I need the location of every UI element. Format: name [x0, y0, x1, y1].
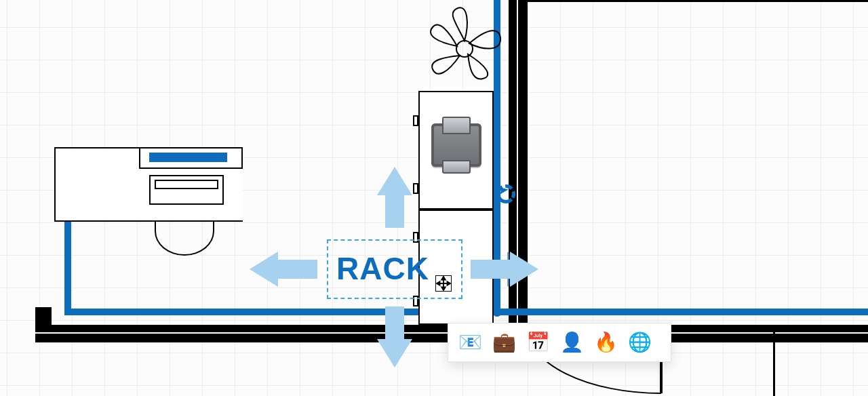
arrow-down-icon [377, 306, 412, 368]
rotate-handle[interactable] [496, 184, 515, 203]
arrow-left-icon [250, 252, 317, 287]
move-cursor-icon [435, 275, 452, 292]
svg-marker-6 [448, 281, 451, 285]
wall-thin [526, 0, 868, 2]
wall-segment [35, 307, 52, 342]
desk-monitor-bar [149, 153, 227, 162]
tag-calendar[interactable]: 📅 [526, 330, 550, 355]
plant-shape[interactable] [420, 0, 509, 81]
wall-segment [661, 325, 868, 342]
path-node [492, 307, 502, 317]
tag-email[interactable]: 📧 [458, 330, 482, 355]
wall-seam [661, 332, 868, 334]
svg-marker-3 [441, 277, 446, 280]
tag-globe[interactable]: 🌐 [627, 330, 652, 355]
svg-marker-4 [441, 288, 446, 291]
printer-shape[interactable] [431, 123, 481, 167]
tag-bar: 📧 💼 📅 👤 🔥 🌐 [448, 323, 671, 362]
cabinet-handle [413, 183, 418, 194]
tag-work[interactable]: 💼 [492, 330, 516, 355]
wall-thin [773, 325, 775, 396]
cabinet-handle [413, 115, 418, 126]
tag-person[interactable]: 👤 [559, 330, 584, 355]
keyboard [155, 180, 218, 189]
svg-marker-5 [437, 281, 440, 285]
selected-text-label[interactable]: RACK [336, 253, 429, 284]
chair[interactable] [155, 222, 214, 256]
arrow-up-icon [377, 167, 412, 228]
arrow-right-icon [471, 252, 538, 287]
tag-fire[interactable]: 🔥 [593, 330, 618, 355]
diagram-canvas[interactable]: RACK 📧 💼 📅 👤 🔥 🌐 [0, 0, 868, 396]
